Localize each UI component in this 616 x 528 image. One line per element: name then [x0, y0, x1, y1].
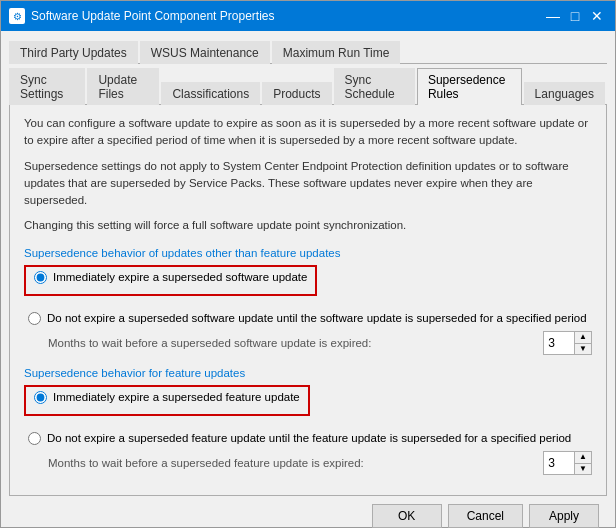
section2-option1-group: Immediately expire a superseded feature … [24, 385, 592, 424]
window-icon: ⚙ [9, 8, 25, 24]
section2-spinner[interactable]: ▲ ▼ [543, 451, 592, 475]
info-text-3: Changing this setting will force a full … [24, 217, 592, 234]
section1-spinner-label: Months to wait before a superseded softw… [48, 337, 543, 349]
close-button[interactable]: ✕ [587, 7, 607, 25]
info-text-1: You can configure a software update to e… [24, 115, 592, 150]
section1-spinner-row: Months to wait before a superseded softw… [48, 331, 592, 355]
section1-option2-group: Do not expire a superseded software upda… [24, 312, 592, 325]
window-title: Software Update Point Component Properti… [31, 9, 274, 23]
tab-maximum-run-time[interactable]: Maximum Run Time [272, 41, 401, 64]
section1-spinner-buttons: ▲ ▼ [574, 332, 591, 354]
section2-radio2-label[interactable]: Do not expire a superseded feature updat… [28, 432, 592, 445]
tab-sync-schedule[interactable]: Sync Schedule [334, 68, 415, 105]
minimize-button[interactable]: — [543, 7, 563, 25]
section1-radio1-text: Immediately expire a superseded software… [53, 271, 307, 283]
tab-row-1: Third Party Updates WSUS Maintenance Max… [9, 37, 607, 64]
section2-radio1-text: Immediately expire a superseded feature … [53, 391, 300, 403]
section1-radio2[interactable] [28, 312, 41, 325]
section2-spinner-input[interactable] [544, 452, 574, 474]
maximize-button[interactable]: □ [565, 7, 585, 25]
section1-radio1-label[interactable]: Immediately expire a superseded software… [34, 271, 307, 284]
cancel-button[interactable]: Cancel [448, 504, 523, 528]
content-area: Third Party Updates WSUS Maintenance Max… [1, 31, 615, 528]
section2-label: Supersedence behavior for feature update… [24, 367, 592, 379]
section1-radio2-label[interactable]: Do not expire a superseded software upda… [28, 312, 592, 325]
info-text-2: Supersedence settings do not apply to Sy… [24, 158, 592, 210]
section1-spinner[interactable]: ▲ ▼ [543, 331, 592, 355]
bottom-buttons: OK Cancel Apply [9, 496, 607, 529]
tab-wsus-maintenance[interactable]: WSUS Maintenance [140, 41, 270, 64]
section2-option2-group: Do not expire a superseded feature updat… [24, 432, 592, 445]
section1-spinner-up[interactable]: ▲ [575, 332, 591, 343]
section2-radio1[interactable] [34, 391, 47, 404]
section2-radio1-label[interactable]: Immediately expire a superseded feature … [34, 391, 300, 404]
section2-radio2[interactable] [28, 432, 41, 445]
section1-label: Supersedence behavior of updates other t… [24, 247, 592, 259]
panel-content: You can configure a software update to e… [9, 105, 607, 496]
section2-spinner-row: Months to wait before a superseded featu… [48, 451, 592, 475]
tab-supersedence-rules[interactable]: Supersedence Rules [417, 68, 522, 105]
title-bar-left: ⚙ Software Update Point Component Proper… [9, 8, 274, 24]
section1-spinner-down[interactable]: ▼ [575, 343, 591, 354]
section2-spinner-down[interactable]: ▼ [575, 463, 591, 474]
section2-spinner-label: Months to wait before a superseded featu… [48, 457, 543, 469]
tab-third-party-updates[interactable]: Third Party Updates [9, 41, 138, 64]
section2-spinner-up[interactable]: ▲ [575, 452, 591, 463]
section2-highlighted-option: Immediately expire a superseded feature … [24, 385, 310, 416]
tab-classifications[interactable]: Classifications [161, 82, 260, 105]
tab-sync-settings[interactable]: Sync Settings [9, 68, 85, 105]
section1-radio2-text: Do not expire a superseded software upda… [47, 312, 587, 324]
section1-spinner-input[interactable] [544, 332, 574, 354]
title-bar: ⚙ Software Update Point Component Proper… [1, 1, 615, 31]
section1-option1-group: Immediately expire a superseded software… [24, 265, 592, 304]
apply-button[interactable]: Apply [529, 504, 599, 528]
tab-languages[interactable]: Languages [524, 82, 605, 105]
section2-spinner-buttons: ▲ ▼ [574, 452, 591, 474]
title-bar-controls: — □ ✕ [543, 7, 607, 25]
main-window: ⚙ Software Update Point Component Proper… [0, 0, 616, 528]
tab-row-2: Sync Settings Update Files Classificatio… [9, 64, 607, 105]
tab-update-files[interactable]: Update Files [87, 68, 159, 105]
section2-radio2-text: Do not expire a superseded feature updat… [47, 432, 571, 444]
section1-radio1[interactable] [34, 271, 47, 284]
tab-products[interactable]: Products [262, 82, 331, 105]
ok-button[interactable]: OK [372, 504, 442, 528]
section1-highlighted-option: Immediately expire a superseded software… [24, 265, 317, 296]
